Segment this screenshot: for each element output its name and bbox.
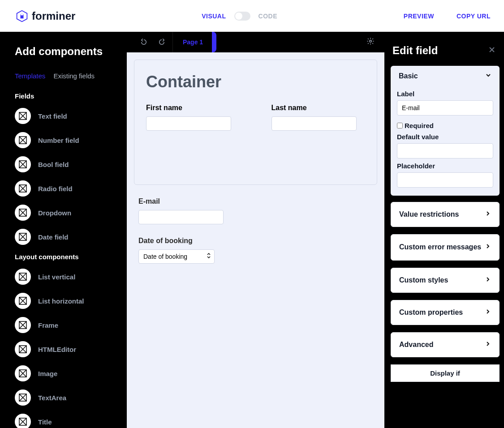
placeholder-icon [15, 156, 31, 172]
settings-button[interactable] [357, 32, 384, 52]
comp-list-horizontal[interactable]: List horizontal [15, 293, 113, 309]
panel-title: Custom error messages [399, 243, 481, 252]
prop-label-label: Label [397, 90, 493, 98]
comp-label: Dropdown [38, 209, 71, 217]
chevron-right-icon [485, 210, 491, 218]
comp-title[interactable]: Title [15, 414, 113, 428]
left-title: Add components [15, 45, 113, 58]
logo-icon [16, 10, 28, 22]
last-name-label: Last name [271, 104, 366, 112]
comp-html-editor[interactable]: HTMLEditor [15, 341, 113, 357]
comp-number-field[interactable]: Number field [15, 132, 113, 148]
comp-radio-field[interactable]: Radio field [15, 180, 113, 197]
comp-label: Date field [38, 233, 69, 241]
tab-visual[interactable]: VISUAL [202, 13, 226, 20]
prop-default-input[interactable] [397, 143, 493, 158]
visual-code-toggle[interactable] [234, 12, 250, 21]
panel-custom-error[interactable]: Custom error messages [391, 234, 500, 261]
placeholder-icon [15, 389, 31, 406]
required-checkbox[interactable] [397, 123, 403, 128]
panel-title: Advanced [399, 341, 433, 349]
date-select[interactable]: Date of booking [138, 249, 215, 264]
chevron-right-icon [485, 341, 491, 349]
first-name-input[interactable] [146, 116, 231, 131]
comp-label: Radio field [38, 185, 73, 193]
comp-date-field[interactable]: Date field [15, 229, 113, 245]
undo-icon[interactable] [139, 38, 148, 47]
tab-code[interactable]: CODE [258, 13, 277, 20]
chevron-right-icon [485, 276, 491, 284]
placeholder-icon [15, 341, 31, 357]
left-subtabs: Templates Existing fields [15, 72, 113, 80]
display-if-button[interactable]: Display if [391, 364, 500, 382]
first-name-label: First name [146, 104, 240, 112]
brand-logo: forminer [16, 10, 75, 22]
subtab-existing-fields[interactable]: Existing fields [53, 72, 95, 80]
close-icon[interactable] [489, 47, 495, 55]
placeholder-icon [15, 414, 31, 428]
header-center: VISUAL CODE [75, 12, 403, 21]
form-canvas[interactable]: Container First name Last name E-mail [127, 52, 384, 428]
comp-text-field[interactable]: Text field [15, 108, 113, 124]
comp-bool-field[interactable]: Bool field [15, 156, 113, 172]
subtab-templates[interactable]: Templates [15, 72, 45, 80]
copy-url-link[interactable]: COPY URL [457, 13, 491, 20]
comp-label: List horizontal [38, 297, 84, 305]
section-fields-label: Fields [15, 92, 113, 100]
email-input[interactable] [138, 210, 224, 224]
prop-placeholder-label: Placeholder [397, 162, 493, 170]
prop-placeholder-input[interactable] [397, 172, 493, 188]
comp-list-vertical[interactable]: List vertical [15, 269, 113, 285]
comp-label: HTMLEditor [38, 346, 76, 353]
center-panel: Page 1 Container First name Last name [127, 32, 384, 428]
comp-label: Image [38, 370, 57, 377]
panel-basic-title: Basic [399, 72, 418, 80]
panel-title: Custom styles [399, 276, 448, 284]
page-tab[interactable]: Page 1 [172, 32, 213, 52]
comp-textarea[interactable]: TextArea [15, 389, 113, 406]
placeholder-icon [15, 180, 31, 197]
panel-basic-header[interactable]: Basic [391, 66, 500, 86]
chevron-down-icon [485, 72, 491, 80]
panel-advanced[interactable]: Advanced [391, 332, 500, 357]
comp-image[interactable]: Image [15, 365, 113, 381]
app-header: forminer VISUAL CODE PREVIEW COPY URL [0, 0, 504, 32]
display-if-label: Display if [430, 369, 460, 377]
last-name-field[interactable]: Last name [271, 104, 366, 131]
gear-icon [366, 37, 375, 47]
placeholder-icon [15, 229, 31, 245]
comp-label: Title [38, 418, 52, 426]
email-field[interactable]: E-mail [138, 197, 228, 224]
comp-label: Frame [38, 321, 58, 329]
right-title: Edit field [392, 44, 438, 57]
right-panel: Edit field Basic Label Required Default … [384, 32, 504, 428]
comp-frame[interactable]: Frame [15, 317, 113, 333]
placeholder-icon [15, 293, 31, 309]
placeholder-icon [15, 269, 31, 285]
date-field[interactable]: Date of booking Date of booking [138, 237, 228, 264]
prop-default-label: Default value [397, 133, 493, 141]
placeholder-icon [15, 132, 31, 148]
prop-label-input[interactable] [397, 100, 493, 116]
header-right: PREVIEW COPY URL [404, 13, 491, 20]
svg-rect-1 [21, 13, 23, 15]
date-label: Date of booking [138, 237, 228, 245]
required-label: Required [405, 122, 434, 129]
chevron-right-icon [485, 308, 491, 317]
comp-dropdown[interactable]: Dropdown [15, 205, 113, 221]
comp-label: Bool field [38, 161, 69, 168]
svg-point-15 [370, 40, 372, 43]
placeholder-icon [15, 317, 31, 333]
placeholder-icon [15, 365, 31, 381]
comp-label: List vertical [38, 273, 75, 281]
container-card[interactable]: Container First name Last name [134, 60, 377, 185]
panel-custom-styles[interactable]: Custom styles [391, 268, 500, 293]
email-label: E-mail [138, 197, 228, 205]
redo-icon[interactable] [157, 38, 166, 47]
first-name-field[interactable]: First name [146, 104, 240, 131]
last-name-input[interactable] [271, 116, 357, 131]
panel-custom-properties[interactable]: Custom properties [391, 300, 500, 325]
panel-value-restrictions[interactable]: Value restrictions [391, 202, 500, 227]
preview-link[interactable]: PREVIEW [404, 13, 434, 20]
comp-label: TextArea [38, 394, 66, 402]
